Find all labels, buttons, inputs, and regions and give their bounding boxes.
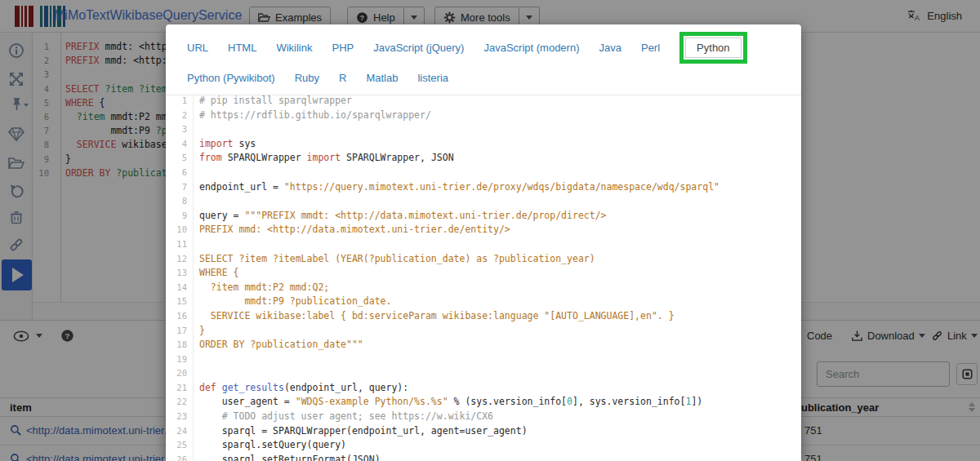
line-number: 26 bbox=[166, 453, 194, 461]
code-line: 15 mmdt:P9 ?publication_date. bbox=[166, 295, 801, 309]
tab-ruby[interactable]: Ruby bbox=[295, 72, 319, 84]
code-line: 13WHERE { bbox=[166, 266, 801, 281]
highlight-box: Python bbox=[679, 32, 746, 64]
code-line: 10PREFIX mmd: <http://data.mimotext.uni-… bbox=[166, 223, 801, 237]
line-number: 21 bbox=[166, 381, 194, 396]
language-tabs: URLHTMLWikilinkPHPJavaScript (jQuery)Jav… bbox=[166, 24, 801, 95]
code-line: 11 bbox=[166, 237, 801, 252]
line-number: 24 bbox=[166, 424, 194, 439]
tabs-row-1: URLHTMLWikilinkPHPJavaScript (jQuery)Jav… bbox=[166, 29, 801, 65]
tab-python-pywikibot[interactable]: Python (Pywikibot) bbox=[187, 72, 275, 84]
line-number: 8 bbox=[166, 194, 194, 209]
line-number: 14 bbox=[166, 281, 194, 295]
code-line: 26 sparql.setReturnFormat(JSON) bbox=[166, 453, 801, 461]
line-number: 11 bbox=[166, 237, 194, 252]
line-number: 2 bbox=[166, 109, 194, 123]
line-number: 10 bbox=[166, 223, 194, 237]
tab-python[interactable]: Python bbox=[685, 38, 741, 58]
tab-javascript-jquery[interactable]: JavaScript (jQuery) bbox=[373, 42, 464, 54]
line-number: 5 bbox=[166, 151, 194, 166]
tab-listeria[interactable]: listeria bbox=[417, 72, 448, 84]
code-line: 1# pip install sparqlwrapper bbox=[166, 94, 801, 109]
code-line: 2# https://rdflib.github.io/sparqlwrappe… bbox=[166, 109, 801, 123]
tab-java[interactable]: Java bbox=[599, 42, 621, 54]
tab-r[interactable]: R bbox=[339, 72, 346, 84]
line-number: 9 bbox=[166, 209, 194, 224]
code-line: 9query = """PREFIX mmdt: <http://data.mi… bbox=[166, 209, 801, 224]
line-number: 6 bbox=[166, 166, 194, 180]
line-number: 18 bbox=[166, 338, 194, 352]
line-number: 23 bbox=[166, 410, 194, 424]
code-line: 5from SPARQLWrapper import SPARQLWrapper… bbox=[166, 151, 801, 166]
code-examples-dialog: URLHTMLWikilinkPHPJavaScript (jQuery)Jav… bbox=[166, 24, 801, 461]
python-code-view: 1# pip install sparqlwrapper2# https://r… bbox=[166, 92, 801, 461]
tab-wikilink[interactable]: Wikilink bbox=[276, 42, 312, 54]
line-number: 17 bbox=[166, 324, 194, 339]
code-line: 12SELECT ?item ?itemLabel (YEAR(?publica… bbox=[166, 252, 801, 267]
code-line: 21def get_results(endpoint_url, query): bbox=[166, 381, 801, 396]
code-line: 3 bbox=[166, 122, 801, 137]
line-number: 16 bbox=[166, 309, 194, 324]
code-line: 4import sys bbox=[166, 137, 801, 152]
line-number: 22 bbox=[166, 395, 194, 410]
line-number: 25 bbox=[166, 438, 194, 453]
code-line: 25 sparql.setQuery(query) bbox=[166, 438, 801, 453]
tab-url[interactable]: URL bbox=[187, 42, 208, 54]
code-line: 22 user_agent = "WDQS-example Python/%s.… bbox=[166, 395, 801, 410]
code-line: 16 SERVICE wikibase:label { bd:servicePa… bbox=[166, 309, 801, 324]
tabs-row-2: Python (Pywikibot)RubyRMatlablisteria bbox=[166, 69, 801, 86]
code-line: 8 bbox=[166, 194, 801, 209]
code-line: 17} bbox=[166, 324, 801, 339]
line-number: 4 bbox=[166, 137, 194, 152]
tab-php[interactable]: PHP bbox=[332, 42, 354, 54]
line-number: 20 bbox=[166, 366, 194, 381]
code-line: 6 bbox=[166, 166, 801, 180]
line-number: 13 bbox=[166, 266, 194, 281]
line-number: 12 bbox=[166, 252, 194, 267]
line-number: 3 bbox=[166, 122, 194, 137]
tab-html[interactable]: HTML bbox=[228, 42, 256, 54]
line-number: 1 bbox=[166, 94, 194, 109]
code-line: 20 bbox=[166, 366, 801, 381]
code-line: 18ORDER BY ?publication_date""" bbox=[166, 338, 801, 352]
code-line: 23 # TODO adjust user agent; see https:/… bbox=[166, 410, 801, 424]
tab-matlab[interactable]: Matlab bbox=[366, 72, 398, 84]
line-number: 19 bbox=[166, 352, 194, 367]
code-line: 24 sparql = SPARQLWrapper(endpoint_url, … bbox=[166, 424, 801, 439]
code-line: 19 bbox=[166, 352, 801, 367]
tab-javascript-modern[interactable]: JavaScript (modern) bbox=[483, 42, 579, 54]
code-line: 14 ?item mmdt:P2 mmd:Q2; bbox=[166, 281, 801, 295]
code-line: 7endpoint_url = "https://query.mimotext.… bbox=[166, 180, 801, 195]
line-number: 7 bbox=[166, 180, 194, 195]
line-number: 15 bbox=[166, 295, 194, 309]
tab-perl[interactable]: Perl bbox=[641, 42, 660, 54]
